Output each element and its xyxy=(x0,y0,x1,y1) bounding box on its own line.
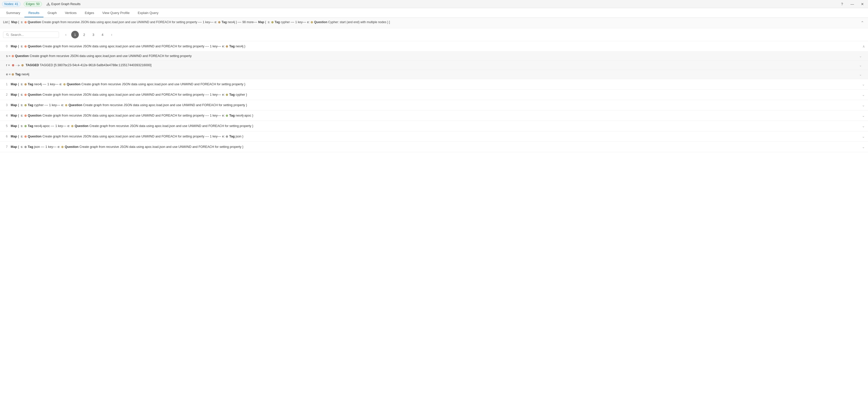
row-3-index: 3 xyxy=(3,103,8,107)
subrow-s-chevron: ⌄ xyxy=(859,54,862,58)
row-7-index: 7 xyxy=(3,145,8,149)
subrow-e-content: e = Tag neo4j xyxy=(6,72,857,77)
export-icon xyxy=(46,2,50,6)
table-row: 5 Map { s: Tag neo4j-apoc ••• 1 key••• e… xyxy=(0,121,868,131)
next-page-button[interactable]: › xyxy=(108,31,116,38)
page-1-button[interactable]: 1 xyxy=(71,31,79,38)
row-5-chevron: ⌄ xyxy=(862,124,865,128)
svg-rect-0 xyxy=(47,5,50,6)
row-4-chevron: ⌄ xyxy=(862,114,865,118)
subrow-e-chevron: ⌄ xyxy=(859,73,862,76)
table-row: 3 Map { s: Tag cypher ••• 1 key••• e: Qu… xyxy=(0,100,868,110)
subrow-s[interactable]: s = Question Create graph from recursive… xyxy=(0,51,868,61)
subrow-e[interactable]: e = Tag neo4j ⌄ xyxy=(0,70,868,79)
subrow-s-content: s = Question Create graph from recursive… xyxy=(6,54,857,59)
row-5-header[interactable]: 5 Map { s: Tag neo4j-apoc ••• 1 key••• e… xyxy=(0,121,868,131)
row-6-content: Map { s: Question Create graph from recu… xyxy=(11,134,860,139)
export-label: Export Graph Results xyxy=(51,2,81,6)
search-pagination-bar: ‹ 1 2 3 4 › xyxy=(0,28,868,41)
export-button[interactable]: Export Graph Results xyxy=(45,2,82,6)
row-0-index: 0 xyxy=(3,45,8,48)
pagination: ‹ 1 2 3 4 › xyxy=(62,31,116,38)
tab-explain-query[interactable]: Explain Query xyxy=(134,9,163,17)
tab-edges[interactable]: Edges xyxy=(81,9,98,17)
row-4-content: Map { s: Question Create graph from recu… xyxy=(11,113,860,118)
row-0-content: Map { s: Question Create graph from recu… xyxy=(11,44,860,49)
results-list: 0 Map { s: Question Create graph from re… xyxy=(0,41,868,152)
row-7-header[interactable]: 7 Map { s: Tag json ••• 1 key••• e: Ques… xyxy=(0,142,868,152)
summary-text: List [ Map { s: Question Create graph fr… xyxy=(3,20,858,25)
row-3-header[interactable]: 3 Map { s: Tag cypher ••• 1 key••• e: Qu… xyxy=(0,100,868,110)
row-5-content: Map { s: Tag neo4j-apoc ••• 1 key••• e: … xyxy=(11,124,860,129)
table-row: 0 Map { s: Question Create graph from re… xyxy=(0,41,868,79)
summary-collapse-button[interactable]: ⌃ xyxy=(860,20,865,26)
tab-graph[interactable]: Graph xyxy=(43,9,61,17)
help-button[interactable]: ? xyxy=(838,1,846,8)
nodes-badge: Nodes: 41 xyxy=(2,2,21,7)
search-input[interactable] xyxy=(11,33,56,37)
table-row: 2 Map { s: Question Create graph from re… xyxy=(0,90,868,100)
row-0-header[interactable]: 0 Map { s: Question Create graph from re… xyxy=(0,41,868,51)
subrow-r-content: r = —▶ TAGGED TAGGED [5:3807bc23-54c4-41… xyxy=(6,63,857,68)
svg-line-2 xyxy=(8,35,9,36)
row-6-header[interactable]: 6 Map { s: Question Create graph from re… xyxy=(0,131,868,142)
prev-page-button[interactable]: ‹ xyxy=(62,31,70,38)
tab-bar: Summary Results Graph Vertices Edges Vie… xyxy=(0,8,868,18)
row-1-index: 1 xyxy=(3,82,8,86)
row-2-index: 2 xyxy=(3,93,8,96)
page-3-button[interactable]: 3 xyxy=(90,31,97,38)
page-4-button[interactable]: 4 xyxy=(99,31,106,38)
summary-bar: List [ Map { s: Question Create graph fr… xyxy=(0,18,868,28)
row-2-content: Map { s: Question Create graph from recu… xyxy=(11,92,860,97)
table-row: 7 Map { s: Tag json ••• 1 key••• e: Ques… xyxy=(0,142,868,152)
row-1-header[interactable]: 1 Map { s: Tag neo4j ••• 1 key••• e: Que… xyxy=(0,79,868,89)
row-4-header[interactable]: 4 Map { s: Question Create graph from re… xyxy=(0,110,868,121)
minimize-button[interactable]: — xyxy=(849,1,856,8)
row-4-index: 4 xyxy=(3,114,8,117)
row-0-subrows: s = Question Create graph from recursive… xyxy=(0,51,868,79)
row-2-chevron: ⌄ xyxy=(862,93,865,97)
subrow-r[interactable]: r = —▶ TAGGED TAGGED [5:3807bc23-54c4-41… xyxy=(0,61,868,70)
row-1-chevron: ⌄ xyxy=(862,82,865,86)
table-row: 1 Map { s: Tag neo4j ••• 1 key••• e: Que… xyxy=(0,79,868,90)
table-row: 6 Map { s: Question Create graph from re… xyxy=(0,131,868,142)
close-button[interactable]: ✕ xyxy=(859,1,866,8)
row-5-index: 5 xyxy=(3,124,8,128)
edges-badge: Edges: 50 xyxy=(24,2,42,7)
row-1-content: Map { s: Tag neo4j ••• 1 key••• e: Quest… xyxy=(11,82,860,87)
row-7-content: Map { s: Tag json ••• 1 key••• e: Questi… xyxy=(11,145,860,149)
search-icon xyxy=(6,33,9,36)
tab-summary[interactable]: Summary xyxy=(2,9,24,17)
tab-vertices[interactable]: Vertices xyxy=(61,9,81,17)
row-6-chevron: ⌄ xyxy=(862,134,865,138)
titlebar: Nodes: 41 Edges: 50 Export Graph Results… xyxy=(0,0,868,8)
row-0-chevron: ∧ xyxy=(862,44,865,48)
row-6-index: 6 xyxy=(3,135,8,138)
tab-view-query-profile[interactable]: View Query Profile xyxy=(98,9,133,17)
tab-results[interactable]: Results xyxy=(24,9,43,17)
page-2-button[interactable]: 2 xyxy=(80,31,88,38)
search-wrap xyxy=(3,32,59,38)
row-3-content: Map { s: Tag cypher ••• 1 key••• e: Ques… xyxy=(11,103,860,108)
row-3-chevron: ⌄ xyxy=(862,103,865,107)
table-row: 4 Map { s: Question Create graph from re… xyxy=(0,110,868,121)
subrow-r-chevron: ⌄ xyxy=(859,63,862,67)
row-2-header[interactable]: 2 Map { s: Question Create graph from re… xyxy=(0,90,868,100)
row-7-chevron: ⌄ xyxy=(862,145,865,149)
